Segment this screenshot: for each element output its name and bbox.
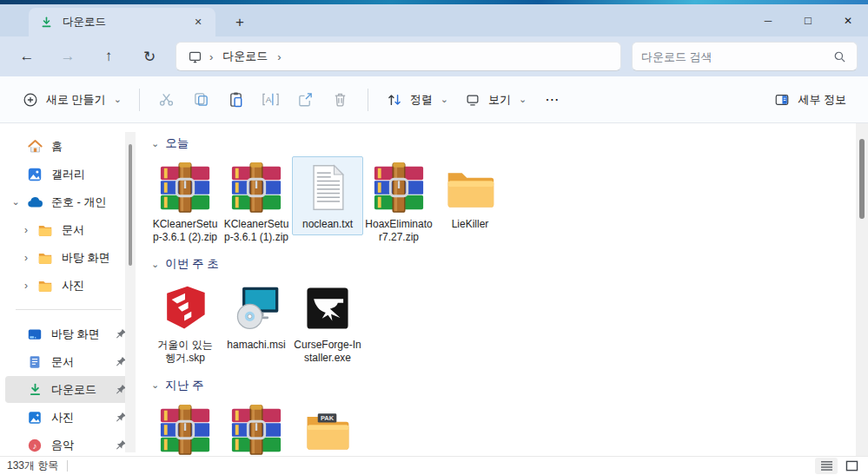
chevron-down-icon[interactable]: ⌄ <box>5 196 26 208</box>
sidebar-item-documents[interactable]: 문서 <box>5 348 134 375</box>
sidebar-item-music[interactable]: ♪ 음악 <box>5 432 134 459</box>
address-bar[interactable]: › 다운로드 › <box>176 42 621 71</box>
sidebar-item-gallery[interactable]: 갤러리 <box>5 161 134 188</box>
rename-button[interactable]: A <box>254 84 288 115</box>
more-options-button[interactable]: ⋯ <box>534 91 570 108</box>
pictures-icon <box>26 409 43 426</box>
maximize-button[interactable]: □ <box>788 4 828 36</box>
folder-icon <box>442 160 498 215</box>
paste-button[interactable] <box>219 84 254 115</box>
file-name: KCleanerSetup-3.6.1 (1).zip <box>222 218 290 243</box>
folder-icon <box>36 249 54 267</box>
chevron-right-icon[interactable]: › <box>16 280 36 292</box>
close-button[interactable]: ✕ <box>828 4 868 36</box>
file-item[interactable]: KCleanerSetup-3.6.1 (1).zip <box>221 156 292 247</box>
large-icons-view-toggle[interactable] <box>840 458 863 474</box>
file-item[interactable]: LieKiller <box>434 156 506 235</box>
sidebar-scrollbar[interactable] <box>125 132 136 452</box>
copy-button[interactable] <box>184 84 219 115</box>
explorer-body: 홈 갤러리 ⌄ 준호 - 개인 › 문서 <box>0 123 868 475</box>
file-name: CurseForge-Installer.exe <box>294 339 361 364</box>
curseforge-app-icon <box>300 280 355 336</box>
group-label: 이번 주 초 <box>165 256 219 272</box>
chevron-right-icon[interactable]: › <box>16 252 36 264</box>
sidebar-scrollbar-thumb[interactable] <box>129 144 132 266</box>
forward-button: → <box>53 43 83 70</box>
sidebar-label: 다운로드 <box>51 382 116 398</box>
sidebar-label: 사진 <box>51 410 116 426</box>
folder-icon <box>36 221 54 239</box>
group-header-earlier-this-week[interactable]: ⌄ 이번 주 초 <box>151 256 849 272</box>
up-button[interactable]: ↑ <box>94 43 123 70</box>
chevron-down-icon: ⌄ <box>114 94 122 105</box>
file-item[interactable]: 거울이 있는 헹거.skp <box>149 277 221 368</box>
cut-button[interactable] <box>149 84 184 115</box>
sidebar-label: 음악 <box>51 438 116 453</box>
plus-circle-icon <box>22 91 39 109</box>
onedrive-icon <box>26 194 43 211</box>
sidebar-item-downloads[interactable]: 다운로드 <box>5 376 134 403</box>
chevron-down-icon: ⌄ <box>151 259 159 270</box>
group-label: 오늘 <box>165 135 189 151</box>
file-item-selected[interactable]: noclean.txt <box>292 156 363 235</box>
tab-title: 다운로드 <box>63 15 182 30</box>
chevron-down-icon: ⌄ <box>519 94 527 105</box>
tab-close-button[interactable]: ✕ <box>189 14 207 31</box>
sidebar-item-desktop[interactable]: 바탕 화면 <box>5 320 134 347</box>
file-item[interactable]: hamachi.msi <box>221 277 292 356</box>
navigation-sidebar: 홈 갤러리 ⌄ 준호 - 개인 › 문서 <box>0 123 137 475</box>
folder-icon <box>36 277 54 294</box>
items-count: 133개 항목 <box>7 459 58 473</box>
pak-folder-icon: PAK <box>300 402 355 458</box>
share-button[interactable] <box>288 84 323 115</box>
tab-bar: 다운로드 ✕ + ─ □ ✕ <box>0 4 868 36</box>
search-box[interactable] <box>632 42 858 71</box>
group-header-last-week[interactable]: ⌄ 지난 주 <box>151 378 849 393</box>
group-label: 지난 주 <box>165 378 203 393</box>
sidebar-item-documents-tree[interactable]: › 문서 <box>5 216 134 243</box>
minimize-button[interactable]: ─ <box>748 4 788 36</box>
content-scrollbar[interactable] <box>856 123 868 456</box>
tab-downloads[interactable]: 다운로드 ✕ <box>29 8 215 36</box>
back-button[interactable]: ← <box>12 43 42 70</box>
winrar-archive-icon <box>229 160 284 215</box>
sidebar-label: 준호 - 개인 <box>51 195 129 210</box>
details-view-toggle[interactable] <box>815 458 838 474</box>
chevron-down-icon: ⌄ <box>151 138 159 149</box>
documents-icon <box>26 353 43 371</box>
winrar-archive-icon <box>157 402 213 458</box>
file-item[interactable]: KCleanerSetup-3.6.1 (2).zip <box>149 156 221 247</box>
chevron-right-icon[interactable]: › <box>16 224 36 236</box>
sort-button[interactable]: 정렬 ⌄ <box>378 85 456 115</box>
new-tab-button[interactable]: + <box>228 10 252 35</box>
breadcrumb-chevron-icon: › <box>209 50 213 63</box>
content-scrollbar-thumb[interactable] <box>859 139 865 219</box>
new-button-label: 새로 만들기 <box>46 92 106 108</box>
window-controls: ─ □ ✕ <box>748 4 868 36</box>
refresh-button[interactable]: ↻ <box>135 43 164 70</box>
sidebar-item-home[interactable]: 홈 <box>5 133 134 160</box>
command-toolbar: 새로 만들기 ⌄ A 정렬 ⌄ <box>0 76 868 123</box>
file-item[interactable]: HoaxEliminator7.27.zip <box>363 156 434 247</box>
search-icon <box>831 48 848 65</box>
search-input[interactable] <box>641 50 831 63</box>
group-header-today[interactable]: ⌄ 오늘 <box>151 135 849 151</box>
sidebar-label: 바탕 화면 <box>62 250 129 266</box>
sidebar-item-onedrive-personal[interactable]: ⌄ 준호 - 개인 <box>5 188 134 215</box>
sidebar-label: 홈 <box>51 139 129 155</box>
file-name: hamachi.msi <box>227 339 285 352</box>
breadcrumb-chevron-icon[interactable]: › <box>277 50 281 63</box>
file-explorer-window: 다운로드 ✕ + ─ □ ✕ ← → ↑ ↻ › 다운로드 › <box>0 0 868 475</box>
sidebar-item-pictures-tree[interactable]: › 사진 <box>5 272 134 299</box>
gallery-icon <box>26 166 43 183</box>
details-pane-button[interactable]: 세부 정보 <box>765 85 854 115</box>
breadcrumb-downloads[interactable]: 다운로드 <box>219 47 271 66</box>
file-item[interactable]: CurseForge-Installer.exe <box>292 277 363 368</box>
delete-button[interactable] <box>323 84 358 115</box>
new-button[interactable]: 새로 만들기 ⌄ <box>14 85 129 115</box>
downloads-icon <box>26 381 43 399</box>
sidebar-item-pictures[interactable]: 사진 <box>5 404 134 431</box>
view-button[interactable]: 보기 ⌄ <box>456 85 534 115</box>
sidebar-item-desktop-tree[interactable]: › 바탕 화면 <box>5 244 134 271</box>
sort-button-label: 정렬 <box>410 92 433 108</box>
